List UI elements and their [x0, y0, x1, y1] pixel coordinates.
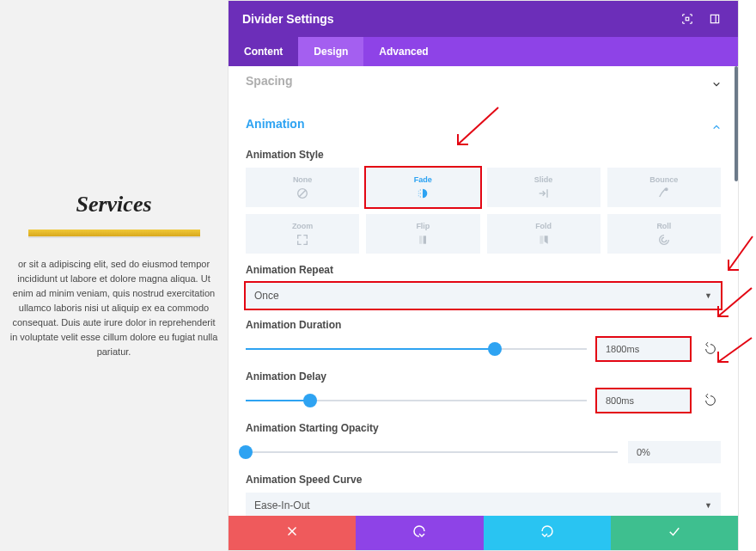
animation-style-grid: None Fade Slide Bounce Zoom Flip [246, 168, 721, 254]
section-spacing-title: Spacing [246, 74, 292, 88]
dropdown-icon: ▼ [704, 291, 712, 300]
slider-thumb[interactable] [303, 394, 317, 407]
dropdown-icon: ▼ [704, 501, 712, 510]
delay-slider[interactable] [246, 394, 587, 407]
svg-rect-1 [710, 15, 718, 22]
svg-point-10 [420, 196, 421, 197]
tabs: Content Design Advanced [229, 37, 738, 66]
style-none[interactable]: None [246, 168, 359, 207]
cancel-button[interactable] [229, 516, 356, 550]
svg-point-8 [420, 189, 421, 190]
style-label: Roll [656, 222, 671, 230]
label-speed-curve: Animation Speed Curve [246, 474, 721, 486]
style-flip[interactable]: Flip [366, 214, 479, 254]
label-animation-style: Animation Style [246, 149, 721, 161]
modal-title: Divider Settings [242, 12, 334, 26]
duration-reset[interactable] [700, 339, 721, 359]
style-label: Flip [416, 222, 430, 230]
bounce-icon [657, 187, 671, 200]
animation-repeat-select[interactable]: Once ▼ [246, 283, 721, 309]
duration-value[interactable]: 1800ms [597, 338, 690, 360]
save-button[interactable] [611, 516, 738, 550]
opacity-slider[interactable] [246, 445, 618, 459]
slider-thumb[interactable] [488, 342, 502, 356]
chevron-up-icon [712, 119, 721, 128]
flip-icon [416, 233, 430, 247]
none-icon [296, 187, 309, 200]
section-animation[interactable]: Animation [246, 109, 721, 138]
svg-rect-16 [540, 236, 543, 243]
svg-rect-0 [686, 17, 689, 21]
style-zoom[interactable]: Zoom [246, 214, 359, 254]
modal-header[interactable]: Divider Settings [229, 1, 738, 37]
style-fold[interactable]: Fold [487, 214, 601, 254]
svg-rect-14 [419, 236, 422, 243]
label-animation-delay: Animation Delay [246, 370, 721, 383]
expand-icon[interactable] [678, 9, 697, 28]
delay-value[interactable]: 800ms [597, 389, 690, 412]
slide-icon [537, 187, 551, 200]
svg-point-13 [665, 188, 668, 191]
speed-curve-select[interactable]: Ease-In-Out ▼ [246, 493, 721, 516]
section-animation-title: Animation [246, 117, 304, 131]
select-value: Ease-In-Out [254, 499, 310, 511]
gold-divider [28, 230, 200, 236]
slider-thumb[interactable] [239, 445, 253, 459]
style-label: None [293, 175, 313, 184]
svg-point-9 [420, 193, 421, 193]
style-label: Fade [414, 175, 432, 184]
tab-design[interactable]: Design [298, 37, 363, 66]
check-icon [667, 523, 682, 542]
scrollbar-thumb[interactable] [735, 66, 738, 181]
fade-icon [416, 187, 430, 200]
duration-slider[interactable] [246, 342, 587, 356]
style-roll[interactable]: Roll [607, 214, 721, 254]
svg-point-7 [418, 195, 419, 196]
value-text: 0% [637, 447, 650, 457]
undo-button[interactable] [356, 516, 483, 550]
value-text: 1800ms [606, 344, 639, 354]
modal-body: Spacing Animation Animation Style None F… [229, 66, 738, 516]
zoom-icon [296, 233, 309, 247]
undo-icon [412, 523, 427, 542]
opacity-value[interactable]: 0% [628, 441, 721, 463]
page-background: Services or sit a adipiscing elit, sed d… [0, 0, 228, 551]
style-slide[interactable]: Slide [487, 168, 601, 207]
tab-content[interactable]: Content [229, 37, 298, 66]
fold-icon [537, 233, 551, 247]
style-label: Fold [535, 222, 552, 230]
label-animation-duration: Animation Duration [246, 319, 721, 331]
chevron-down-icon [712, 77, 721, 85]
redo-button[interactable] [484, 516, 611, 550]
panel-icon[interactable] [705, 9, 724, 28]
value-text: 800ms [606, 395, 634, 406]
tab-advanced[interactable]: Advanced [363, 37, 443, 66]
highlight-box [244, 281, 722, 310]
style-fade[interactable]: Fade [366, 168, 479, 207]
label-starting-opacity: Animation Starting Opacity [246, 422, 721, 434]
svg-line-4 [299, 190, 306, 197]
modal-footer [229, 516, 738, 550]
style-bounce[interactable]: Bounce [607, 168, 721, 207]
style-label: Zoom [292, 222, 314, 230]
svg-point-6 [418, 193, 419, 193]
settings-modal: Divider Settings Content Design Advanced… [228, 0, 739, 551]
style-label: Slide [534, 175, 553, 184]
label-animation-repeat: Animation Repeat [246, 264, 721, 276]
redo-icon [540, 523, 555, 542]
svg-rect-15 [424, 236, 426, 243]
lorem-text: or sit a adipiscing elit, sed do eiusmod… [9, 257, 219, 359]
svg-point-5 [418, 190, 419, 191]
section-spacing[interactable]: Spacing [246, 66, 721, 95]
delay-reset[interactable] [700, 390, 721, 411]
services-heading: Services [76, 192, 151, 217]
style-label: Bounce [649, 175, 678, 184]
roll-icon [657, 233, 671, 247]
select-value: Once [254, 290, 279, 302]
close-icon [284, 523, 300, 542]
